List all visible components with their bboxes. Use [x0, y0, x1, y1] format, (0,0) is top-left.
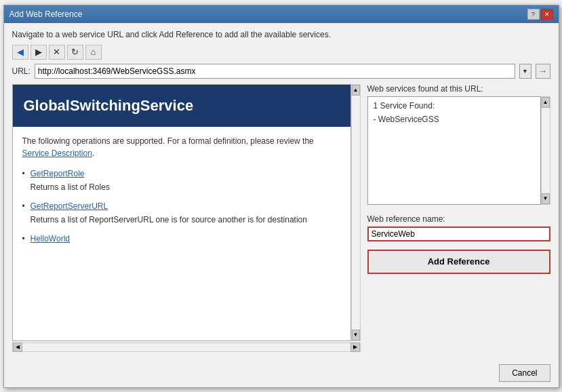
back-button[interactable]: ◀ [12, 45, 28, 60]
forward-button[interactable]: ▶ [31, 45, 47, 60]
add-reference-button[interactable]: Add Reference [367, 250, 550, 274]
refresh-icon: ↻ [71, 47, 79, 57]
help-button[interactable]: ? [527, 9, 540, 20]
left-panel-scrollbar[interactable]: ▲ ▼ [351, 84, 361, 341]
operation-link-3[interactable]: HelloWorld [31, 233, 341, 245]
list-item: GetReportRole Returns a list of Roles [22, 168, 341, 193]
list-item: HelloWorld [22, 233, 341, 245]
web-ref-name-input[interactable] [367, 227, 550, 241]
url-dropdown-button[interactable]: ▼ [519, 64, 531, 79]
home-icon: ⌂ [91, 47, 96, 57]
service-description-link[interactable]: Service Description [22, 149, 92, 158]
services-list-box: 1 Service Found: - WebServiceGSS [367, 96, 541, 205]
url-row: URL: ▼ → [12, 64, 550, 79]
dialog-title: Add Web Reference [9, 9, 83, 19]
toolbar: ◀ ▶ ✕ ↻ ⌂ [12, 45, 550, 60]
url-label: URL: [12, 66, 31, 76]
operation-link-2[interactable]: GetReportServerURL [31, 200, 341, 212]
services-scrollbar[interactable]: ▲ ▼ [541, 96, 550, 205]
main-content: GlobalSwitchingService The following ope… [12, 84, 550, 352]
services-count: 1 Service Found: [374, 101, 535, 111]
scroll-left-button[interactable]: ◀ [13, 342, 22, 352]
scroll-up-button[interactable]: ▲ [352, 85, 360, 96]
services-scroll-down[interactable]: ▼ [542, 193, 550, 204]
back-icon: ◀ [17, 47, 24, 57]
home-button[interactable]: ⌂ [85, 45, 102, 60]
operation-desc-1: Returns a list of Roles [31, 182, 110, 192]
operations-list: GetReportRole Returns a list of Roles Ge… [22, 168, 341, 245]
service-header: GlobalSwitchingService [13, 85, 350, 127]
refresh-button[interactable]: ↻ [67, 45, 83, 60]
url-go-button[interactable]: → [536, 64, 550, 79]
dialog-footer: Cancel [4, 359, 559, 387]
operation-link-1[interactable]: GetReportRole [31, 168, 341, 180]
add-web-reference-dialog: Add Web Reference ? ✕ Navigate to a web … [3, 5, 559, 388]
services-found-label: Web services found at this URL: [367, 84, 550, 94]
forward-icon: ▶ [35, 47, 42, 57]
cancel-button[interactable]: Cancel [499, 364, 550, 382]
title-bar-controls: ? ✕ [527, 9, 553, 20]
instruction-text: Navigate to a web service URL and click … [12, 30, 550, 39]
service-content: The following operations are supported. … [13, 127, 350, 340]
web-ref-name-label: Web reference name: [367, 214, 550, 224]
scroll-down-button[interactable]: ▼ [352, 330, 360, 340]
left-panel: GlobalSwitchingService The following ope… [12, 84, 351, 341]
stop-button[interactable]: ✕ [49, 45, 65, 60]
right-panel: Web services found at this URL: 1 Servic… [367, 84, 550, 352]
dropdown-icon: ▼ [522, 68, 528, 75]
scroll-right-button[interactable]: ▶ [350, 342, 360, 352]
url-input[interactable] [35, 64, 515, 79]
service-description-text: The following operations are supported. … [22, 135, 341, 159]
close-button[interactable]: ✕ [541, 9, 553, 20]
list-item: GetReportServerURL Returns a list of Rep… [22, 200, 341, 226]
service-item-1: - WebServiceGSS [374, 115, 535, 124]
dialog-body: Navigate to a web service URL and click … [4, 23, 559, 359]
services-scroll-up[interactable]: ▲ [542, 97, 550, 108]
left-panel-wrapper: GlobalSwitchingService The following ope… [12, 84, 361, 341]
title-bar: Add Web Reference ? ✕ [4, 5, 559, 23]
operation-desc-2: Returns a list of ReportServerURL one is… [31, 215, 307, 224]
go-icon: → [538, 66, 547, 76]
stop-icon: ✕ [53, 47, 60, 57]
horizontal-scrollbar[interactable]: ◀ ▶ [12, 342, 361, 352]
